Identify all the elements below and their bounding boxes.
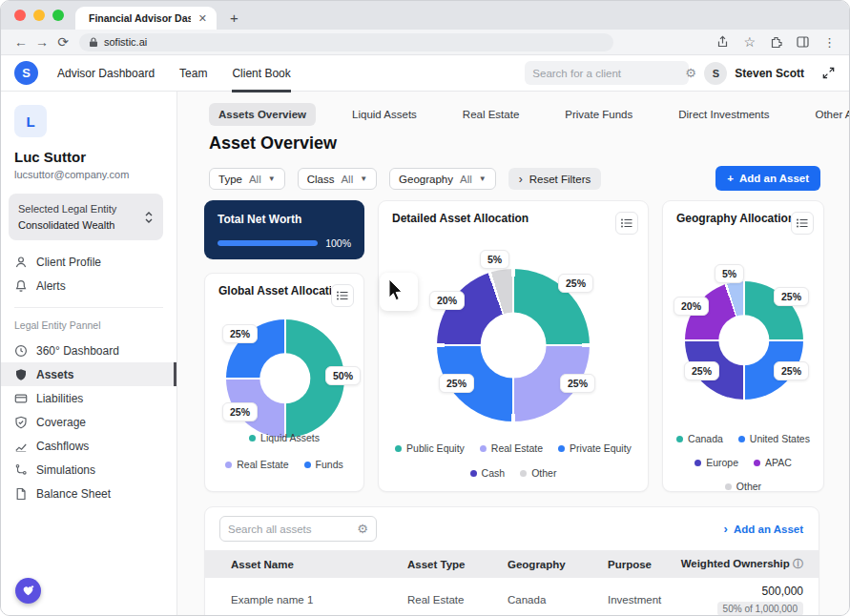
- sidebar-item-cashflows[interactable]: Cashflows: [1, 434, 176, 458]
- card-menu-button[interactable]: [331, 284, 354, 307]
- filters-row: Type All ▼ Class All ▼ Geography All ▼ ›…: [209, 168, 601, 190]
- legend-dot: [676, 436, 683, 442]
- legend-item[interactable]: United States: [738, 433, 810, 444]
- card-menu-button[interactable]: [615, 212, 638, 235]
- legend-item[interactable]: Other: [725, 481, 761, 492]
- legend-item[interactable]: Cash: [470, 467, 506, 479]
- sidebar-icon[interactable]: [797, 36, 809, 48]
- donut-label: 25%: [560, 374, 595, 393]
- tab-direct-investments[interactable]: Direct Investments: [669, 103, 778, 126]
- tab-close-icon[interactable]: ✕: [198, 12, 207, 25]
- add-asset-label: Add an Asset: [739, 173, 809, 184]
- nav-team[interactable]: Team: [179, 67, 207, 80]
- address-bar[interactable]: sofistic.ai: [79, 33, 613, 51]
- client-search-input[interactable]: [532, 68, 679, 79]
- chevron-down-icon: ▼: [268, 175, 276, 183]
- column-asset-type[interactable]: Asset Type: [407, 559, 508, 570]
- legend-item[interactable]: Private Equity: [558, 442, 632, 454]
- reload-icon[interactable]: ⟳: [52, 34, 73, 50]
- minimize-window-button[interactable]: [33, 10, 45, 21]
- filter-class[interactable]: Class All ▼: [298, 168, 377, 190]
- filter-label: Class: [307, 174, 335, 185]
- sidebar-item-client-profile[interactable]: Client Profile: [1, 250, 176, 274]
- ownership-value: 500,000: [762, 585, 803, 598]
- sidebar-item-label: Liabilities: [36, 392, 83, 405]
- total-net-worth-card: Total Net Worth 100%: [204, 200, 364, 259]
- legend-item[interactable]: Other: [520, 467, 556, 479]
- nav-client-book[interactable]: Client Book: [232, 67, 290, 80]
- legend-dot: [725, 483, 732, 490]
- tab-other-assets[interactable]: Other Assets: [805, 103, 849, 126]
- asset-tabs: Assets Overview Liquid Assets Real Estat…: [209, 103, 849, 126]
- legend-item[interactable]: Real Estate: [480, 442, 543, 454]
- user-name[interactable]: Steven Scott: [735, 67, 804, 80]
- legend-label: Real Estate: [491, 442, 543, 454]
- browser-tab[interactable]: Financial Advisor Dashboard ✕: [75, 7, 217, 30]
- user-icon: [14, 256, 28, 269]
- legend-item[interactable]: Liquid Assets: [249, 432, 320, 443]
- sidebar: L Luc Suttor lucsuttor@company.com Selec…: [1, 92, 177, 615]
- search-settings-icon[interactable]: ⚙: [357, 522, 368, 536]
- share-icon[interactable]: [716, 35, 729, 49]
- new-tab-button[interactable]: +: [230, 10, 238, 26]
- legend-item[interactable]: Funds: [304, 459, 343, 470]
- assets-table-card: ⚙ › Add an Asset Asset Name Asset Type G…: [204, 506, 819, 615]
- legend-item[interactable]: APAC: [754, 457, 792, 468]
- table-add-asset-link[interactable]: › Add an Asset: [724, 522, 803, 536]
- sidebar-item-coverage[interactable]: Coverage: [1, 410, 176, 434]
- close-window-button[interactable]: [14, 10, 26, 21]
- sidebar-item-360-dashboard[interactable]: 360° Dashboard: [1, 339, 176, 362]
- info-icon[interactable]: ⓘ: [793, 558, 803, 569]
- sidebar-item-liabilities[interactable]: Liabilities: [1, 386, 176, 410]
- chevron-down-icon: ▼: [360, 175, 367, 183]
- fullscreen-icon[interactable]: [821, 66, 836, 80]
- add-asset-button[interactable]: + Add an Asset: [715, 166, 820, 191]
- column-weighted-ownership[interactable]: Weighted Ownership ⓘ: [679, 557, 803, 571]
- toolbar-actions: ☆ ⋮: [716, 34, 840, 50]
- back-icon[interactable]: ←: [10, 34, 31, 50]
- list-icon: [797, 218, 808, 228]
- legend-item[interactable]: Real Estate: [225, 459, 288, 470]
- menu-dots-icon[interactable]: ⋮: [823, 35, 836, 50]
- sidebar-item-alerts[interactable]: Alerts: [1, 274, 176, 298]
- client-search-field[interactable]: ⚙: [525, 61, 689, 85]
- bookmark-star-icon[interactable]: ☆: [743, 34, 756, 50]
- sidebar-item-assets[interactable]: Assets: [1, 362, 176, 386]
- zoom-window-button[interactable]: [52, 10, 64, 21]
- filter-geography[interactable]: Geography All ▼: [389, 168, 496, 190]
- extensions-icon[interactable]: [770, 36, 782, 49]
- filter-label: Geography: [399, 174, 453, 185]
- reset-filters-button[interactable]: › Reset Filters: [508, 168, 602, 190]
- column-purpose[interactable]: Purpose: [608, 559, 679, 570]
- tab-real-estate[interactable]: Real Estate: [453, 103, 529, 126]
- sidebar-item-balance-sheet[interactable]: Balance Sheet: [1, 482, 176, 505]
- app-logo[interactable]: S: [14, 61, 38, 85]
- table-row[interactable]: Example name 1 Real Estate Canada Invest…: [205, 578, 819, 615]
- main-content: Assets Overview Liquid Assets Real Estat…: [177, 92, 849, 615]
- filter-type[interactable]: Type All ▼: [209, 168, 285, 190]
- accessibility-widget-button[interactable]: [15, 578, 41, 604]
- donut-label: 20%: [674, 297, 709, 316]
- legend-item[interactable]: Canada: [676, 433, 723, 444]
- card-menu-button[interactable]: [791, 212, 814, 235]
- legend-item[interactable]: Public Equity: [395, 442, 465, 454]
- tab-private-funds[interactable]: Private Funds: [555, 103, 642, 126]
- legend-item[interactable]: Europe: [695, 457, 738, 468]
- credit-card-icon: [14, 392, 28, 405]
- list-icon: [621, 218, 632, 228]
- search-settings-icon[interactable]: ⚙: [685, 66, 696, 80]
- asset-search-field[interactable]: ⚙: [219, 516, 377, 542]
- column-geography[interactable]: Geography: [508, 559, 608, 570]
- legend-label: United States: [750, 433, 810, 444]
- column-asset-name[interactable]: Asset Name: [231, 559, 407, 570]
- legend-label: Cash: [482, 467, 506, 479]
- tab-liquid-assets[interactable]: Liquid Assets: [342, 103, 426, 126]
- forward-icon[interactable]: →: [31, 34, 52, 50]
- user-avatar[interactable]: S: [704, 62, 727, 85]
- nav-advisor-dashboard[interactable]: Advisor Dashboard: [57, 67, 155, 80]
- asset-search-input[interactable]: [228, 524, 351, 535]
- sidebar-item-simulations[interactable]: Simulations: [1, 458, 176, 482]
- legal-entity-selector[interactable]: Selected Legal Entity Consolidated Wealt…: [9, 194, 163, 240]
- tab-assets-overview[interactable]: Assets Overview: [209, 103, 316, 126]
- lock-icon: [89, 37, 98, 48]
